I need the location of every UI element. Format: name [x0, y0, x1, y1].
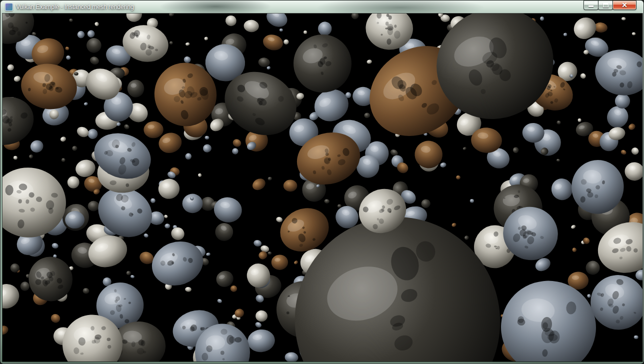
- rock: [264, 14, 290, 30]
- rock: [286, 28, 358, 100]
- rock: [624, 162, 642, 182]
- rock: [84, 102, 88, 106]
- rock: [317, 21, 332, 37]
- rock: [82, 288, 90, 294]
- rock: [66, 55, 71, 60]
- rock: [123, 124, 130, 130]
- rock: [146, 234, 209, 292]
- rock: [86, 29, 96, 38]
- rock: [185, 286, 192, 292]
- rock: [198, 172, 202, 178]
- rock: [204, 36, 208, 40]
- rock: [324, 198, 330, 204]
- rock: [268, 176, 272, 180]
- rock: [280, 28, 283, 32]
- rock: [628, 122, 636, 131]
- rock: [143, 233, 149, 238]
- rock: [570, 224, 576, 230]
- rock: [464, 234, 470, 240]
- rock: [232, 138, 242, 148]
- close-icon: ✕: [622, 2, 628, 8]
- rock: [88, 201, 100, 212]
- render-viewport[interactable]: [2, 14, 642, 362]
- rock: [456, 175, 461, 180]
- rock: [276, 216, 283, 223]
- rock: [351, 14, 359, 20]
- rock: [6, 64, 15, 72]
- rock: [150, 198, 156, 204]
- rock: [338, 204, 342, 208]
- rock: [64, 46, 70, 50]
- rock: [284, 180, 298, 192]
- rock: [622, 17, 626, 20]
- rock: [556, 158, 560, 162]
- rock: [364, 112, 370, 118]
- rock: [497, 277, 600, 362]
- rock: [271, 254, 288, 270]
- rock: [130, 274, 134, 278]
- rock: [168, 14, 174, 17]
- rock: [169, 225, 186, 242]
- rock: [258, 57, 270, 68]
- rock: [28, 138, 45, 154]
- rock: [268, 252, 272, 255]
- minimize-button[interactable]: [584, 0, 598, 10]
- maximize-icon: [603, 3, 608, 8]
- rock: [204, 136, 210, 140]
- rock: [2, 281, 22, 312]
- rock: [22, 250, 80, 308]
- rock: [50, 312, 61, 324]
- rock: [126, 270, 132, 276]
- rock: [540, 16, 544, 20]
- rock: [556, 120, 561, 125]
- rock-field-scene: [2, 14, 642, 362]
- rock: [67, 176, 80, 188]
- rock: [88, 56, 100, 66]
- rock: [13, 75, 22, 82]
- rock: [60, 136, 66, 142]
- rock: [184, 56, 192, 64]
- rock: [634, 336, 638, 340]
- rock: [284, 352, 298, 362]
- rock: [202, 144, 212, 154]
- rock: [413, 139, 444, 170]
- rock: [2, 324, 10, 336]
- rock: [262, 32, 284, 52]
- rock: [216, 298, 222, 304]
- rock: [451, 222, 457, 228]
- rock: [583, 258, 602, 278]
- minimize-icon: [588, 6, 594, 7]
- rock: [244, 20, 260, 32]
- app-window: Vulkan Example - Instanced mesh renderin…: [0, 0, 644, 364]
- rock: [230, 285, 238, 292]
- rock: [587, 294, 592, 298]
- rock: [254, 321, 262, 328]
- rock: [169, 41, 173, 45]
- rock: [284, 39, 289, 44]
- rock: [72, 146, 78, 152]
- rock: [250, 176, 268, 192]
- rock: [69, 18, 73, 22]
- rock: [304, 30, 308, 34]
- rock: [470, 199, 474, 204]
- rock: [294, 260, 298, 265]
- rock: [563, 32, 567, 36]
- rock: [231, 147, 239, 155]
- rock: [13, 156, 18, 160]
- rock: [51, 242, 58, 250]
- close-button[interactable]: ✕: [612, 0, 636, 10]
- rock: [578, 118, 582, 122]
- rock: [255, 310, 268, 322]
- rock: [420, 198, 431, 208]
- rock: [164, 224, 170, 228]
- rock: [61, 158, 66, 162]
- rock: [28, 154, 34, 159]
- rock: [212, 196, 244, 224]
- rock: [127, 80, 144, 98]
- rock: [212, 220, 236, 244]
- maximize-button[interactable]: [598, 0, 613, 10]
- rock: [75, 125, 90, 139]
- rock: [512, 146, 520, 154]
- title-bar[interactable]: Vulkan Example - Instanced mesh renderin…: [0, 0, 644, 14]
- rock: [246, 328, 276, 354]
